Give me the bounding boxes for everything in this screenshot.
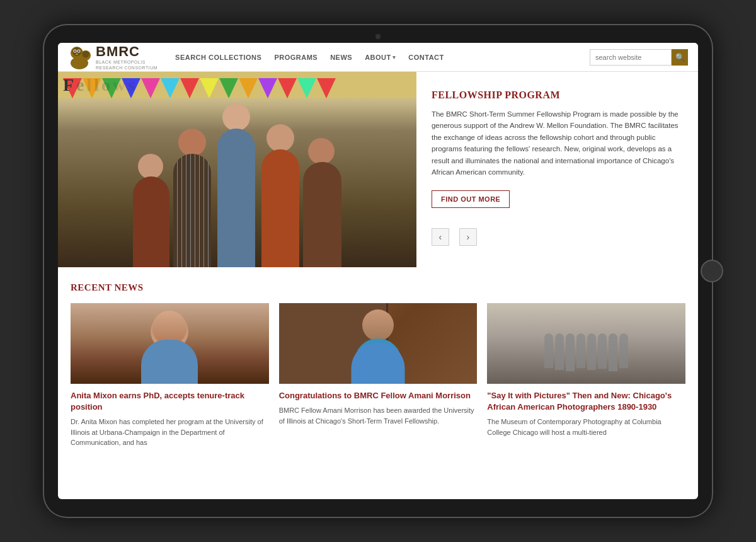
logo[interactable]: BMRC BLACK METROPOLISRESEARCH CONSORTIUM — [68, 43, 158, 71]
camera — [375, 34, 381, 39]
news-card-excerpt-2: BMRC Fellow Amani Morrison has been awar… — [279, 405, 478, 426]
carousel-next-button[interactable]: › — [459, 228, 477, 246]
hero-description: The BMRC Short-Term Summer Fellowship Pr… — [432, 108, 683, 178]
svg-point-3 — [83, 50, 89, 57]
news-card-title-3[interactable]: "Say It with Pictures" Then and New: Chi… — [487, 390, 685, 413]
nav-news[interactable]: NEWS — [324, 54, 358, 61]
svg-point-7 — [78, 50, 80, 52]
hero-photo: Fellows — [58, 72, 416, 267]
hero-section: Fellows — [58, 72, 698, 267]
navbar: BMRC BLACK METROPOLISRESEARCH CONSORTIUM… — [58, 43, 698, 72]
nav-search-collections[interactable]: SEARCH COLLECTIONS — [169, 54, 268, 61]
news-card-title-2[interactable]: Congratulations to BMRC Fellow Amani Mor… — [279, 390, 478, 401]
svg-point-6 — [74, 50, 76, 52]
news-card-1: Anita Mixon earns PhD, accepts tenure-tr… — [71, 303, 269, 448]
news-grid: Anita Mixon earns PhD, accepts tenure-tr… — [71, 303, 685, 448]
search-input[interactable] — [590, 49, 672, 66]
tablet-screen: BMRC BLACK METROPOLISRESEARCH CONSORTIUM… — [58, 43, 698, 499]
home-button[interactable] — [701, 260, 723, 282]
logo-text: BMRC — [96, 43, 140, 59]
logo-subtext: BLACK METROPOLISRESEARCH CONSORTIUM — [96, 60, 158, 71]
svg-point-9 — [71, 57, 88, 69]
search-button[interactable]: 🔍 — [672, 49, 688, 66]
news-thumbnail-2 — [279, 303, 478, 384]
news-card-3: "Say It with Pictures" Then and New: Chi… — [487, 303, 685, 448]
carousel-controls: ‹ › — [432, 228, 683, 246]
about-chevron-icon: ▾ — [392, 54, 396, 61]
recent-news-title: RECENT NEWS — [71, 282, 685, 293]
recent-news-section: RECENT NEWS Anita Mixon earns PhD, accep… — [58, 267, 698, 463]
news-card-excerpt-1: Dr. Anita Mixon has completed her progra… — [71, 417, 269, 448]
nav-links: SEARCH COLLECTIONS PROGRAMS NEWS ABOUT ▾… — [169, 54, 590, 61]
main-content[interactable]: Fellows — [58, 72, 698, 499]
hero-image: Fellows — [58, 72, 416, 267]
find-out-more-button[interactable]: FIND OUT MORE — [432, 190, 510, 208]
logo-icon — [68, 45, 96, 69]
carousel-prev-button[interactable]: ‹ — [432, 228, 449, 246]
nav-contact[interactable]: CONTACT — [402, 54, 450, 61]
news-card-title-1[interactable]: Anita Mixon earns PhD, accepts tenure-tr… — [71, 390, 269, 413]
hero-text-panel: FELLOWSHIP PROGRAM The BMRC Short-Term S… — [416, 72, 698, 267]
news-thumbnail-3 — [487, 303, 685, 384]
fellows-text: F — [63, 75, 76, 95]
nav-about[interactable]: ABOUT ▾ — [358, 54, 402, 61]
search-icon: 🔍 — [675, 53, 685, 62]
news-card-2: Congratulations to BMRC Fellow Amani Mor… — [279, 303, 478, 448]
news-card-excerpt-3: The Museum of Contemporary Photography a… — [487, 417, 685, 437]
tablet-frame: BMRC BLACK METROPOLISRESEARCH CONSORTIUM… — [44, 25, 712, 517]
search-area: 🔍 — [590, 49, 688, 66]
hero-title: FELLOWSHIP PROGRAM — [432, 89, 683, 101]
news-thumbnail-1 — [71, 303, 269, 384]
nav-programs[interactable]: PROGRAMS — [268, 54, 324, 61]
